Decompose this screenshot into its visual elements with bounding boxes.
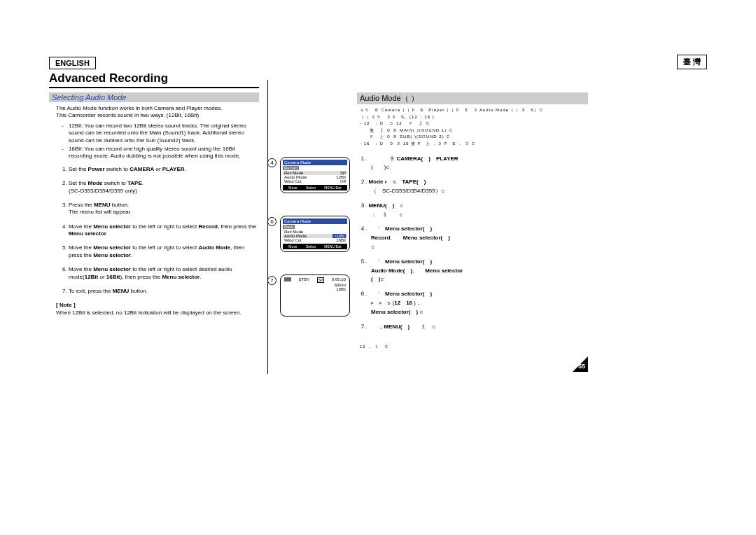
- rec-icon: [284, 277, 291, 282]
- note-body: When 12Bit is selected, no 12Bit indicat…: [56, 310, 259, 317]
- lang-badge-right: 臺 灣: [677, 55, 707, 69]
- right-intro-line: ｏ５ Ｂ Camera（ ）F S Player（ ）F S ３ Audio M…: [360, 107, 588, 114]
- intro-line: The Audio Mode function works in both Ca…: [56, 105, 259, 112]
- osd-row: Wind Cut16Bit: [283, 238, 347, 242]
- osd-category: Record: [283, 166, 299, 170]
- manual-page: ENGLISH 臺 灣 Advanced Recording Selecting…: [49, 55, 707, 351]
- bullet-item: 12Bit: You can record two 12Bit stereo s…: [69, 123, 259, 144]
- step: Move the Menu selector to the left or ri…: [69, 266, 259, 281]
- right-section-title: Audio Mode（ ）: [357, 92, 588, 104]
- osd-title: Camera Mode: [283, 218, 347, 224]
- right-intro-line: - 16 ：Ｄ ０ ３ 16 使 F 上 ，３ F S ， ３ Ｃ: [360, 141, 588, 148]
- osd-status-row: STBY SP 0:00:10: [283, 277, 347, 283]
- note-heading: [ Note ]: [56, 302, 259, 309]
- step-sub: The menu list will appear.: [69, 209, 132, 215]
- right-step: ４. ‘ Menu selector( ) Record, Menu selec…: [360, 225, 588, 251]
- page-number: 55: [578, 363, 585, 370]
- right-intro-line: Ｐ 上 ０ ８ SUB( )(SOUND 2) Ｃ: [360, 134, 588, 141]
- step: Set the Power switch to CAMERA or PLAYER…: [69, 166, 259, 173]
- step: Set the Mode switch to TAPE. (SC-D353/D3…: [69, 180, 259, 195]
- osd-title: Camera Mode: [283, 160, 347, 165]
- osd-footer: MoveSelectMENU Exit: [283, 185, 347, 190]
- header-row: ENGLISH 臺 灣: [49, 55, 707, 69]
- bullet-item: 16Bit: You can record one high quality s…: [69, 146, 259, 160]
- step: Move the Menu selector to the left or ri…: [69, 244, 259, 259]
- steps-list: Set the Power switch to CAMERA or PLAYER…: [56, 166, 259, 296]
- figure-number-6: 6: [267, 217, 276, 226]
- bullet-list: 12Bit: You can record two 12Bit stereo s…: [56, 123, 259, 160]
- osd-footer: MoveSelectMENU Exit: [283, 244, 347, 249]
- right-step: １. ９ CAMERA( ) PLAYER ( )Ｃ: [360, 155, 588, 173]
- right-step: ３. MENU( ) Ｃ ： １ Ｃ: [360, 202, 588, 220]
- left-column: Selecting Audio Mode The Audio Mode func…: [49, 92, 259, 351]
- osd-figure-6: Camera Mode Back Rec Mode Audio Mode✓12B…: [280, 216, 350, 252]
- page-number-badge: 55: [573, 356, 588, 372]
- figure-number-7: 7: [267, 276, 276, 285]
- right-intro-line: 並 上 ０ ８ MAIN( )(SOUND 1) Ｃ: [360, 127, 588, 134]
- right-step: ７. ，MENU( ) １ Ｃ: [360, 323, 588, 332]
- right-body: ｏ５ Ｂ Camera（ ）F S Player（ ）F S ３ Audio M…: [357, 107, 588, 351]
- step-sub: (SC-D353/D354/D355 only): [69, 188, 137, 194]
- lang-badge-left: ENGLISH: [49, 57, 96, 69]
- osd-audiomode: 16Bit: [283, 287, 347, 291]
- left-section-title: Selecting Audio Mode: [49, 92, 259, 102]
- osd-figure-7: STBY SP 0:00:10 60min 16Bit: [280, 275, 350, 317]
- page-title: Advanced Recording: [49, 71, 259, 88]
- osd-back: Back: [283, 225, 295, 229]
- intro-line: This Camcorder records sound in two ways…: [56, 112, 259, 119]
- content-columns: Selecting Audio Mode The Audio Mode func…: [49, 92, 707, 351]
- right-steps: １. ９ CAMERA( ) PLAYER ( )Ｃ ２. Mode F S T…: [360, 155, 588, 332]
- right-intro-line: （ ）Ｅ５ ３ F S。(12 ，16 ): [360, 114, 588, 121]
- right-step: ５. ‘ Menu selector( ) Audio Mode( ), Men…: [360, 258, 588, 284]
- step: To exit, press the MENU button.: [69, 288, 259, 295]
- right-footer-note: 12 ， １ Ｃ: [360, 344, 588, 351]
- right-step: ６. ‘ Menu selector( ) F F S (12 16 )， Me…: [360, 290, 588, 317]
- left-intro: The Audio Mode function works in both Ca…: [49, 105, 259, 317]
- osd-figure-4: Camera Mode Record Rec ModeSP Audio Mode…: [280, 157, 350, 193]
- osd-row: Wind CutOff: [283, 179, 347, 183]
- figure-number-4: 4: [267, 158, 276, 167]
- step: Press the MENU button. The menu list wil…: [69, 202, 259, 216]
- step: Move the Menu selector to the left or ri…: [69, 223, 259, 238]
- figure-column: 4 Camera Mode Record Rec ModeSP Audio Mo…: [259, 92, 357, 351]
- right-step: ２. Mode F S TAPE( ) （ SC-D353/D354/D355）…: [360, 178, 588, 196]
- right-intro-line: - 12 ：Ｄ ５ 12 Ｐ 上 Ｃ: [360, 120, 588, 127]
- right-column: Audio Mode（ ） ｏ５ Ｂ Camera（ ）F S Player（ …: [357, 92, 588, 351]
